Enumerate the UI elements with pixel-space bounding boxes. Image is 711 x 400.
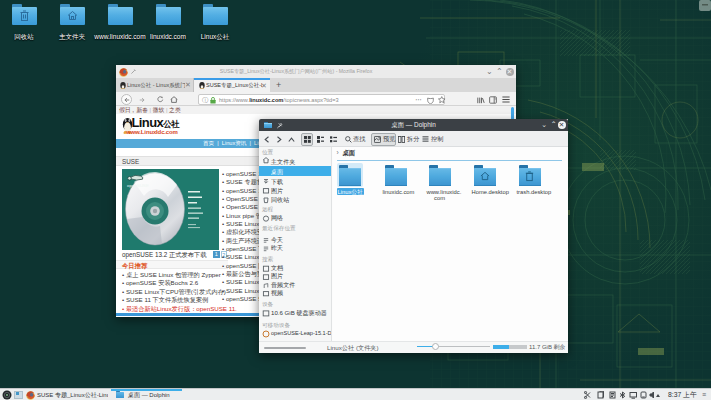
svg-text:openSUSE: openSUSE xyxy=(127,183,149,188)
